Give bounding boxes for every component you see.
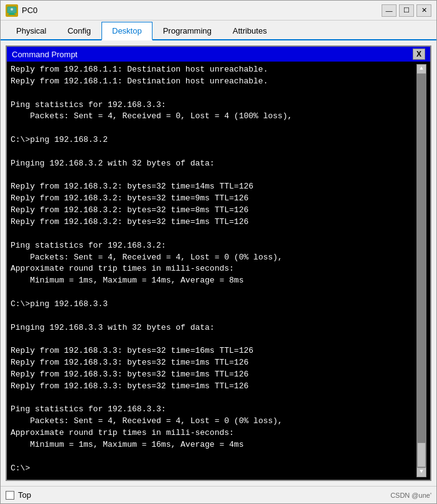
scrollbar-thumb[interactable] bbox=[417, 442, 426, 467]
tab-physical[interactable]: Physical bbox=[6, 22, 57, 40]
cmd-body[interactable]: Reply from 192.168.1.1: Destination host… bbox=[7, 62, 430, 480]
window-title: PC0 bbox=[22, 6, 382, 15]
cmd-title: Command Prompt bbox=[12, 50, 77, 59]
tab-config[interactable]: Config bbox=[57, 22, 101, 40]
scrollbar-up-arrow[interactable]: ▲ bbox=[416, 64, 426, 74]
minimize-button[interactable]: — bbox=[382, 4, 397, 17]
scrollbar-down-arrow[interactable]: ▼ bbox=[416, 467, 426, 477]
window-controls: — ☐ ✕ bbox=[382, 4, 431, 17]
scrollbar-track[interactable] bbox=[416, 74, 426, 467]
tab-attributes[interactable]: Attributes bbox=[222, 22, 278, 40]
status-bar: Top CSDN @une' bbox=[1, 486, 436, 503]
tab-programming[interactable]: Programming bbox=[153, 22, 222, 40]
svg-point-3 bbox=[11, 8, 13, 11]
maximize-button[interactable]: ☐ bbox=[399, 4, 414, 17]
top-label: Top bbox=[18, 490, 31, 500]
close-button[interactable]: ✕ bbox=[416, 4, 431, 17]
svg-rect-2 bbox=[8, 14, 16, 15]
cmd-scrollbar: ▲ ▼ bbox=[416, 64, 426, 477]
command-prompt-window: Command Prompt X Reply from 192.168.1.1:… bbox=[6, 45, 431, 481]
main-window: PC0 — ☐ ✕ Physical Config Desktop Progra… bbox=[0, 0, 437, 504]
app-icon bbox=[6, 4, 18, 17]
cmd-close-button[interactable]: X bbox=[413, 49, 425, 60]
tab-desktop[interactable]: Desktop bbox=[101, 22, 153, 40]
cmd-titlebar: Command Prompt X bbox=[7, 47, 430, 62]
top-checkbox[interactable] bbox=[6, 491, 14, 500]
svg-rect-1 bbox=[9, 13, 14, 14]
status-left: Top bbox=[6, 490, 31, 500]
watermark: CSDN @une' bbox=[390, 492, 431, 499]
cmd-output: Reply from 192.168.1.1: Destination host… bbox=[11, 64, 416, 477]
title-bar: PC0 — ☐ ✕ bbox=[1, 1, 436, 21]
main-content: Command Prompt X Reply from 192.168.1.1:… bbox=[1, 40, 436, 486]
tab-bar: Physical Config Desktop Programming Attr… bbox=[1, 21, 436, 40]
